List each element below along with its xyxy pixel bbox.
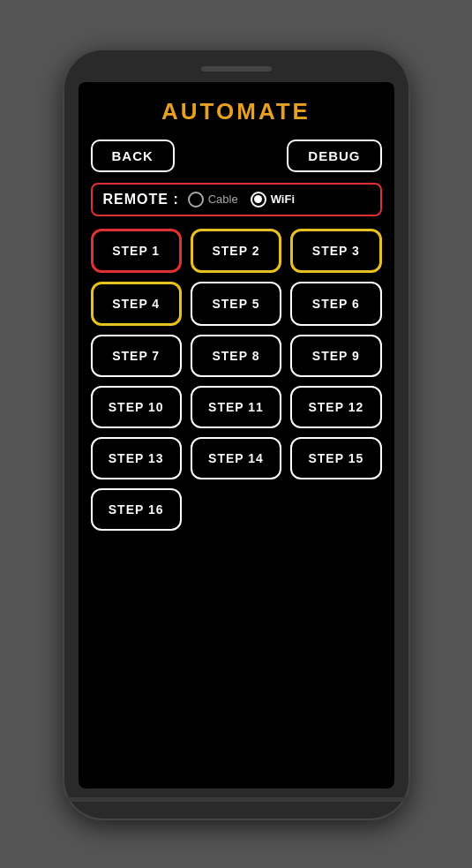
phone-bottom-bar — [64, 797, 408, 802]
cable-radio-option[interactable]: Cable — [188, 192, 238, 208]
debug-button[interactable]: DEBUG — [287, 140, 381, 172]
step-2-button[interactable]: STEP 2 — [191, 229, 281, 273]
step-1-button[interactable]: STEP 1 — [91, 229, 182, 273]
step-7-button[interactable]: STEP 7 — [91, 335, 182, 377]
step-4-button[interactable]: STEP 4 — [91, 282, 182, 326]
wifi-radio-circle[interactable] — [251, 192, 266, 208]
step-9-button[interactable]: STEP 9 — [290, 335, 381, 377]
step-11-button[interactable]: STEP 11 — [191, 386, 281, 428]
step-8-button[interactable]: STEP 8 — [191, 335, 281, 377]
phone-speaker — [201, 66, 272, 72]
step-10-button[interactable]: STEP 10 — [91, 386, 182, 428]
step-6-button[interactable]: STEP 6 — [290, 282, 381, 326]
step-13-button[interactable]: STEP 13 — [91, 437, 182, 479]
step-12-button[interactable]: STEP 12 — [290, 386, 381, 428]
step-15-button[interactable]: STEP 15 — [290, 437, 381, 479]
remote-row: REMOTE : Cable WiFi — [91, 183, 382, 216]
app-title: AUTOMATE — [161, 98, 311, 125]
cable-radio-label: Cable — [208, 192, 238, 206]
phone-frame: AUTOMATE BACK DEBUG REMOTE : Cable WiFi … — [64, 50, 408, 819]
wifi-radio-label: WiFi — [271, 192, 295, 206]
back-button[interactable]: BACK — [91, 140, 175, 172]
step-5-button[interactable]: STEP 5 — [191, 282, 281, 326]
step-16-button[interactable]: STEP 16 — [91, 488, 182, 531]
cable-radio-circle[interactable] — [188, 192, 204, 208]
steps-grid: STEP 1STEP 2STEP 3STEP 4STEP 5STEP 6STEP… — [91, 229, 382, 531]
top-buttons-row: BACK DEBUG — [91, 140, 382, 172]
wifi-radio-option[interactable]: WiFi — [251, 192, 295, 208]
phone-screen: AUTOMATE BACK DEBUG REMOTE : Cable WiFi … — [79, 82, 394, 789]
remote-label: REMOTE : — [103, 192, 179, 208]
step-3-button[interactable]: STEP 3 — [290, 229, 381, 273]
step-14-button[interactable]: STEP 14 — [191, 437, 281, 479]
